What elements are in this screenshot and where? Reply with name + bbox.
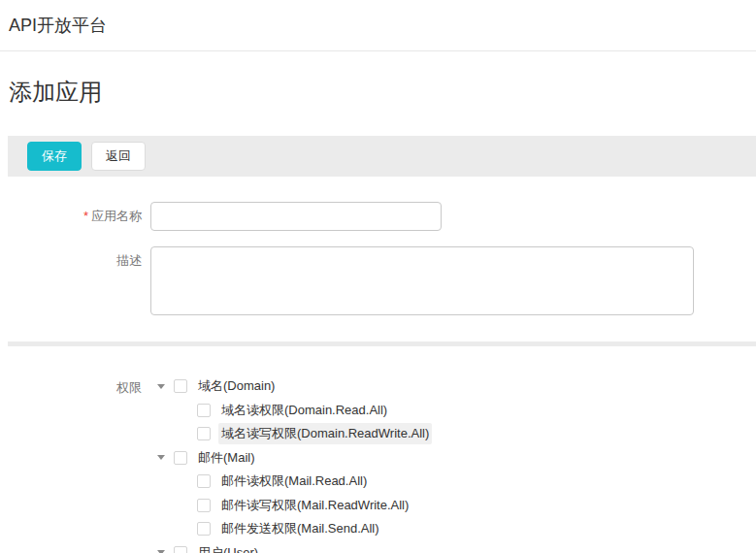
page-title: 添加应用	[9, 80, 756, 105]
permission-item-row: 邮件发送权限(Mail.Send.All)	[150, 517, 756, 541]
permission-item-label[interactable]: 域名读写权限(Domain.ReadWrite.All)	[218, 423, 432, 444]
permissions-section: 权限 域名(Domain)域名读权限(Domain.Read.All)域名读写权…	[0, 374, 756, 553]
toolbar: 保存 返回	[8, 136, 756, 177]
permission-item-label[interactable]: 域名读权限(Domain.Read.All)	[218, 400, 390, 421]
app-name-input[interactable]	[150, 202, 442, 231]
app-name-row: *应用名称	[0, 202, 756, 231]
required-asterisk: *	[83, 209, 88, 223]
permission-group-checkbox[interactable]	[174, 451, 187, 465]
description-label: 描述	[0, 246, 150, 315]
permission-group-row: 邮件(Mail)	[150, 446, 756, 471]
permission-item-label[interactable]: 邮件读写权限(Mail.ReadWrite.All)	[218, 495, 411, 516]
permission-group-label[interactable]: 用户(User)	[195, 542, 261, 553]
permission-tree: 域名(Domain)域名读权限(Domain.Read.All)域名读写权限(D…	[150, 374, 756, 553]
app-name-label-text: 应用名称	[91, 209, 142, 223]
permission-item-checkbox[interactable]	[197, 427, 211, 440]
permission-group-label[interactable]: 邮件(Mail)	[195, 447, 258, 469]
permission-item-label[interactable]: 邮件发送权限(Mail.Send.All)	[218, 518, 382, 539]
section-divider	[8, 342, 756, 346]
permission-group-row: 用户(User)	[150, 541, 756, 553]
permission-item-row: 邮件读权限(Mail.Read.All)	[150, 470, 756, 494]
permission-item-checkbox[interactable]	[197, 474, 211, 488]
description-row: 描述	[0, 246, 756, 315]
caret-down-icon[interactable]	[157, 384, 165, 389]
app-title: API开放平台	[9, 14, 756, 37]
caret-down-icon[interactable]	[157, 455, 165, 460]
permission-item-label[interactable]: 邮件读权限(Mail.Read.All)	[218, 471, 370, 492]
permission-group-label[interactable]: 域名(Domain)	[195, 375, 278, 397]
permission-group-row: 域名(Domain)	[150, 374, 756, 399]
app-name-label: *应用名称	[0, 202, 150, 231]
description-textarea[interactable]	[150, 246, 694, 315]
permission-item-checkbox[interactable]	[197, 404, 211, 417]
permission-item-row: 域名读写权限(Domain.ReadWrite.All)	[150, 422, 756, 446]
permission-item-checkbox[interactable]	[197, 499, 211, 512]
permissions-label: 权限	[0, 374, 150, 553]
permission-group-checkbox[interactable]	[174, 546, 187, 553]
form-area: *应用名称 描述	[0, 202, 756, 315]
permission-item-row: 域名读权限(Domain.Read.All)	[150, 399, 756, 423]
permission-group-checkbox[interactable]	[174, 379, 187, 393]
permission-item-checkbox[interactable]	[197, 522, 211, 536]
permission-item-row: 邮件读写权限(Mail.ReadWrite.All)	[150, 494, 756, 518]
save-button[interactable]: 保存	[27, 142, 82, 171]
back-button[interactable]: 返回	[91, 142, 146, 171]
app-header: API开放平台	[0, 0, 756, 51]
